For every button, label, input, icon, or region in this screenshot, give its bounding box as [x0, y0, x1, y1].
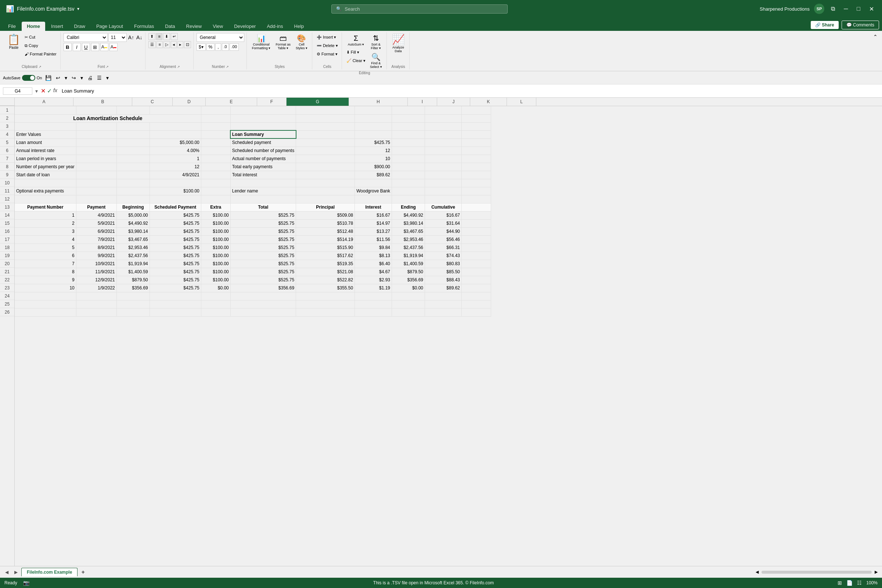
cell-e25[interactable] — [150, 300, 201, 308]
cell-c17[interactable]: 7/9/2021 — [76, 236, 117, 243]
paste-button[interactable]: 📋 Paste — [5, 33, 22, 51]
cell-i25[interactable] — [355, 300, 392, 308]
cell-b11[interactable]: Optional extra payments — [15, 187, 76, 195]
cell-e6[interactable]: 4.00% — [150, 147, 201, 154]
cell-c25[interactable] — [76, 300, 117, 308]
indent-inc-icon[interactable]: ▸ — [177, 41, 183, 48]
cell-e1[interactable] — [150, 106, 201, 114]
cell-i5[interactable]: $425.75 — [355, 138, 392, 147]
cell-j12[interactable] — [392, 195, 425, 203]
cell-f5[interactable] — [201, 138, 230, 147]
cell-b21[interactable]: 8 — [15, 268, 76, 276]
cell-l14[interactable] — [462, 211, 491, 219]
cell-f4[interactable] — [201, 130, 230, 138]
tab-data[interactable]: Data — [160, 22, 180, 31]
cell-g11[interactable]: Lender name — [230, 187, 296, 195]
tab-developer[interactable]: Developer — [229, 22, 261, 31]
cell-g17[interactable]: $525.75 — [230, 236, 296, 243]
align-center-icon[interactable]: ≡ — [156, 41, 162, 48]
cell-f3[interactable] — [201, 122, 230, 130]
cell-f20[interactable]: $100.00 — [201, 260, 230, 268]
cell-l17[interactable] — [462, 236, 491, 243]
cut-button[interactable]: ✂ Cut — [23, 33, 58, 41]
cell-h9[interactable] — [296, 171, 355, 179]
cell-k9[interactable] — [425, 171, 462, 179]
share-button[interactable]: 🔗 Share — [811, 21, 838, 29]
cell-g10[interactable] — [230, 179, 296, 187]
sort-filter-button[interactable]: ⇅ Sort &Filter ▾ — [368, 33, 384, 51]
col-header-a[interactable]: A — [15, 98, 74, 106]
font-name-select[interactable]: Calibri — [63, 33, 108, 42]
page-break-view-icon[interactable]: ☷ — [857, 580, 862, 586]
cell-d1[interactable] — [117, 106, 150, 114]
cell-b12[interactable] — [15, 195, 76, 203]
scroll-left-icon[interactable]: ◀ — [754, 569, 760, 575]
cell-j14[interactable]: $4,490.92 — [392, 211, 425, 219]
row-header-3[interactable]: 3 — [0, 122, 14, 130]
cell-b22[interactable]: 9 — [15, 276, 76, 284]
format-button[interactable]: ⚙ Format ▾ — [315, 50, 339, 58]
cell-h17[interactable]: $514.19 — [296, 236, 355, 243]
cell-g23[interactable]: $356.69 — [230, 284, 296, 292]
cell-e10[interactable] — [150, 179, 201, 187]
cell-g4[interactable]: Loan Summary — [230, 130, 296, 138]
search-input[interactable] — [345, 6, 503, 12]
cell-i6[interactable]: 12 — [355, 147, 392, 154]
cell-h24[interactable] — [296, 292, 355, 300]
cell-c15[interactable]: 5/9/2021 — [76, 219, 117, 227]
cell-h8[interactable] — [296, 163, 355, 171]
cell-j5[interactable] — [392, 138, 425, 147]
cell-k4[interactable] — [425, 130, 462, 138]
cell-j11[interactable] — [392, 187, 425, 195]
cell-g22[interactable]: $525.75 — [230, 276, 296, 284]
cell-f19[interactable]: $100.00 — [201, 252, 230, 260]
cell-l19[interactable] — [462, 252, 491, 260]
page-layout-view-icon[interactable]: 📄 — [846, 580, 853, 586]
increase-font-icon[interactable]: A↑ — [128, 34, 135, 41]
cell-k14[interactable]: $16.67 — [425, 211, 462, 219]
cell-b8[interactable]: Number of payments per year — [15, 163, 76, 171]
undo-arrow-icon[interactable]: ▾ — [63, 74, 68, 82]
cell-f16[interactable]: $100.00 — [201, 227, 230, 236]
cell-b13[interactable]: Payment Number — [15, 203, 76, 211]
cell-i23[interactable]: $1.19 — [355, 284, 392, 292]
col-header-g[interactable]: G — [286, 98, 349, 106]
cell-f14[interactable]: $100.00 — [201, 211, 230, 219]
cell-k16[interactable]: $44.90 — [425, 227, 462, 236]
decrease-font-icon[interactable]: A↓ — [135, 34, 143, 41]
row-header-11[interactable]: 11 — [0, 187, 14, 195]
cell-k15[interactable]: $31.64 — [425, 219, 462, 227]
collapse-ribbon-button[interactable]: ⌃ — [872, 32, 879, 69]
restore-icon[interactable]: ⧉ — [829, 6, 837, 12]
cell-f6[interactable] — [201, 147, 230, 154]
cell-f12[interactable] — [201, 195, 230, 203]
cell-g20[interactable]: $525.75 — [230, 260, 296, 268]
cell-h13[interactable]: Principal — [296, 203, 355, 211]
cell-c16[interactable]: 6/9/2021 — [76, 227, 117, 236]
percent-button[interactable]: % — [207, 44, 215, 51]
cell-e4[interactable] — [150, 130, 201, 138]
row-header-6[interactable]: 6 — [0, 147, 14, 154]
cell-e14[interactable]: $425.75 — [150, 211, 201, 219]
row-header-23[interactable]: 23 — [0, 284, 14, 292]
cell-i10[interactable] — [355, 179, 392, 187]
cell-i15[interactable]: $14.97 — [355, 219, 392, 227]
cell-k13[interactable]: Cumulative — [425, 203, 462, 211]
cell-b9[interactable]: Start date of loan — [15, 171, 76, 179]
cell-l8[interactable] — [462, 163, 491, 171]
cell-g26[interactable] — [230, 308, 296, 316]
cell-e8[interactable]: 12 — [150, 163, 201, 171]
cell-i17[interactable]: $11.56 — [355, 236, 392, 243]
cell-e15[interactable]: $425.75 — [150, 219, 201, 227]
cell-e23[interactable]: $425.75 — [150, 284, 201, 292]
cell-d10[interactable] — [117, 179, 150, 187]
cell-b2[interactable]: Loan Amortization Schedule — [15, 114, 201, 122]
col-header-f[interactable]: F — [257, 98, 286, 106]
cell-f25[interactable] — [201, 300, 230, 308]
maximize-icon[interactable]: □ — [855, 6, 862, 12]
next-sheet-icon[interactable]: ▶ — [12, 569, 20, 576]
cell-d22[interactable]: $879.50 — [117, 276, 150, 284]
close-icon[interactable]: ✕ — [867, 6, 876, 12]
cell-h21[interactable]: $521.08 — [296, 268, 355, 276]
cell-g19[interactable]: $525.75 — [230, 252, 296, 260]
